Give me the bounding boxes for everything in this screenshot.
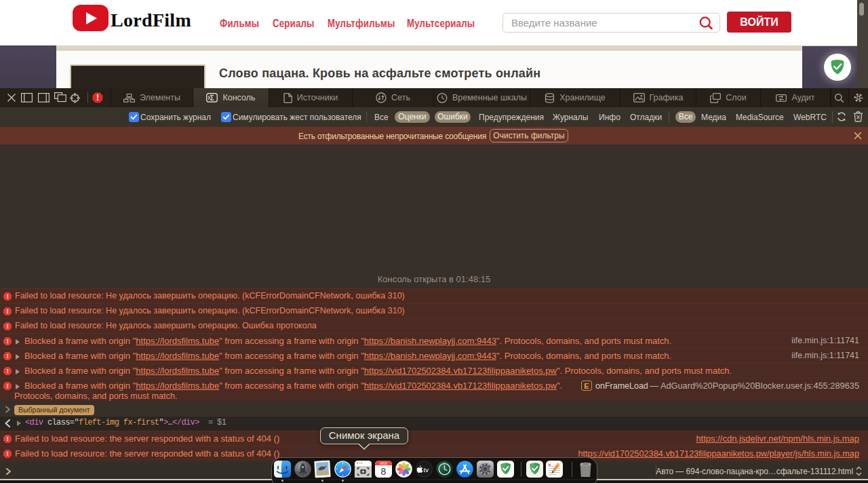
svg-text:!: ! <box>6 337 8 345</box>
svg-text:tv: tv <box>424 466 429 474</box>
svg-text:ИЮЛ: ИЮЛ <box>380 462 387 465</box>
svg-text:!: ! <box>6 292 8 300</box>
svg-text:!: ! <box>6 450 8 457</box>
svg-text:!: ! <box>6 435 8 442</box>
svg-text:!: ! <box>6 307 8 315</box>
svg-text:«: « <box>548 461 551 467</box>
svg-text:!: ! <box>6 382 8 389</box>
svg-text:!: ! <box>6 367 8 374</box>
svg-text:!: ! <box>6 352 8 360</box>
svg-text:8: 8 <box>381 466 387 477</box>
svg-text:Σ: Σ <box>210 94 214 102</box>
svg-text:!: ! <box>96 93 99 102</box>
svg-text:!: ! <box>6 322 8 330</box>
